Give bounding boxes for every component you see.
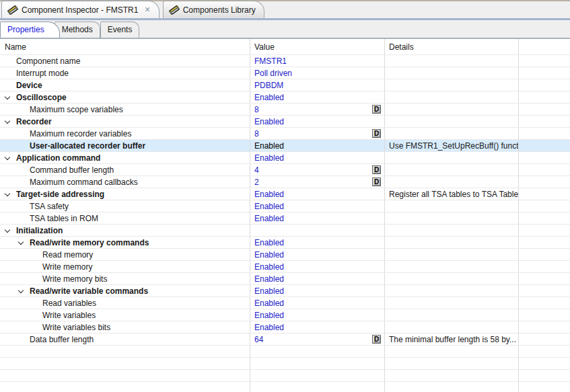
default-value-badge[interactable]: D [372,129,381,138]
property-name-cell[interactable]: Component name [0,55,250,67]
table-row[interactable]: Component nameFMSTR1 [0,55,570,67]
property-value: FMSTR1 [254,56,287,66]
table-row[interactable]: Write variables bitsEnabled [0,321,570,334]
table-row[interactable]: Write memoryEnabled [0,261,570,273]
table-row[interactable]: Command buffer length4D [0,164,570,176]
chevron-down-icon[interactable] [18,288,24,293]
chevron-down-icon[interactable] [5,191,10,196]
property-name-cell[interactable]: Recorder [0,116,250,127]
table-row[interactable]: Read/write memory commandsEnabled [0,237,570,249]
property-name-cell[interactable]: Device [0,79,250,91]
tab-component-inspector[interactable]: Component Inspector - FMSTR1 ✕ [1,1,159,18]
property-name-cell[interactable]: Application command [0,152,250,163]
property-name-cell[interactable]: Read variables [0,297,250,309]
property-value-cell[interactable]: FMSTR1 [250,55,385,67]
property-name-cell[interactable]: Write variables bits [0,321,250,333]
table-row[interactable]: Read variablesEnabled [0,297,570,309]
tab-properties[interactable]: Properties [0,22,60,38]
property-value: Enabled [254,202,284,211]
property-value-cell[interactable]: Enabled [250,285,385,297]
row-extra-cell [519,297,570,309]
property-value: Enabled [254,286,284,296]
property-name-cell[interactable]: Write memory [0,261,250,272]
table-row[interactable]: Maximum command callbacks2D [0,176,570,188]
table-row[interactable]: OscilloscopeEnabled [0,91,570,104]
property-value-cell[interactable]: Enabled [250,249,385,260]
property-value-cell[interactable]: Enabled [250,140,385,151]
chevron-down-icon[interactable] [5,118,10,124]
table-row[interactable]: Initialization [0,225,570,237]
property-name-cell[interactable]: TSA safety [0,200,250,212]
property-value-cell[interactable]: Enabled [250,212,385,224]
property-name-cell[interactable]: Command buffer length [0,164,250,175]
tab-components-library[interactable]: Components Library [163,1,264,18]
property-name-cell[interactable]: Maximum scope variables [0,104,250,115]
close-icon[interactable]: ✕ [144,6,150,13]
default-value-badge[interactable]: D [372,165,381,174]
property-name-cell[interactable]: User-allocated recorder buffer [0,140,250,151]
property-name-cell[interactable]: Oscilloscope [0,91,250,103]
property-name-cell[interactable]: Interrupt mode [0,67,250,79]
default-value-badge[interactable]: D [372,335,381,344]
table-row[interactable]: Write variablesEnabled [0,309,570,321]
column-header-details[interactable]: Details [385,39,519,54]
column-header-name[interactable]: Name [0,39,250,54]
property-value-cell[interactable]: Enabled [250,297,385,309]
property-value-cell[interactable]: Enabled [250,273,385,284]
property-value-cell[interactable]: Enabled [250,200,385,212]
property-value-cell[interactable] [250,225,385,236]
property-value-cell[interactable]: Poll driven [250,67,385,79]
empty-name-cell [0,358,250,369]
property-value-cell[interactable]: Enabled [250,309,385,321]
property-name-cell[interactable]: Read/write memory commands [0,237,250,248]
property-name: Recorder [16,117,52,126]
table-row[interactable]: DevicePDBDM [0,79,570,91]
property-value-cell[interactable]: Enabled [250,91,385,103]
tab-events[interactable]: Events [100,22,140,38]
property-name-cell[interactable]: Target-side addressing [0,188,250,200]
property-value-cell[interactable]: 8D [250,104,385,115]
property-name-cell[interactable]: Data buffer length [0,334,250,345]
property-name-cell[interactable]: Read memory [0,249,250,260]
table-row[interactable]: Data buffer length64DThe minimal buffer … [0,334,570,346]
property-value-cell[interactable]: 8D [250,128,385,139]
property-value-cell[interactable]: Enabled [250,116,385,127]
property-value-cell[interactable]: PDBDM [250,79,385,91]
property-value-cell[interactable]: 4D [250,164,385,175]
table-row[interactable]: Application commandEnabled [0,152,570,164]
default-value-badge[interactable]: D [372,105,381,114]
table-row[interactable]: Target-side addressingEnabledRegister al… [0,188,570,200]
column-header-value[interactable]: Value [250,39,385,54]
table-row[interactable]: Interrupt modePoll driven [0,67,570,79]
chevron-down-icon[interactable] [18,239,24,245]
table-row[interactable]: RecorderEnabled [0,116,570,128]
property-value-cell[interactable]: Enabled [250,152,385,163]
table-row[interactable]: TSA tables in ROMEnabled [0,212,570,225]
table-row[interactable]: Maximum recorder variables8D [0,128,570,140]
property-name-cell[interactable]: Write variables [0,309,250,321]
property-value-cell[interactable]: Enabled [250,237,385,248]
property-name-cell[interactable]: TSA tables in ROM [0,212,250,224]
property-value-cell[interactable]: Enabled [250,321,385,333]
table-row[interactable]: Read memoryEnabled [0,249,570,261]
property-name-cell[interactable]: Maximum recorder variables [0,128,250,139]
property-value-cell[interactable]: 2D [250,176,385,188]
property-value-cell[interactable]: Enabled [250,261,385,272]
table-row[interactable]: User-allocated recorder bufferEnabledUse… [0,140,570,152]
property-value-cell[interactable]: Enabled [250,188,385,200]
chevron-down-icon[interactable] [5,227,10,233]
property-value-cell[interactable]: 64D [250,334,385,345]
property-name-cell[interactable]: Maximum command callbacks [0,176,250,188]
property-name-cell[interactable]: Write memory bits [0,273,250,284]
table-row[interactable]: Write memory bitsEnabled [0,273,570,285]
table-row[interactable]: Maximum scope variables8D [0,104,570,116]
chevron-down-icon[interactable] [5,94,10,100]
table-row[interactable]: TSA safetyEnabled [0,200,570,212]
table-row[interactable]: Read/write variable commandsEnabled [0,285,570,297]
property-name-cell[interactable]: Read/write variable commands [0,285,250,297]
chevron-down-icon[interactable] [5,155,10,160]
empty-name-cell [0,382,250,392]
tab-methods[interactable]: Methods [55,22,100,38]
property-name-cell[interactable]: Initialization [0,225,250,236]
default-value-badge[interactable]: D [372,178,381,186]
